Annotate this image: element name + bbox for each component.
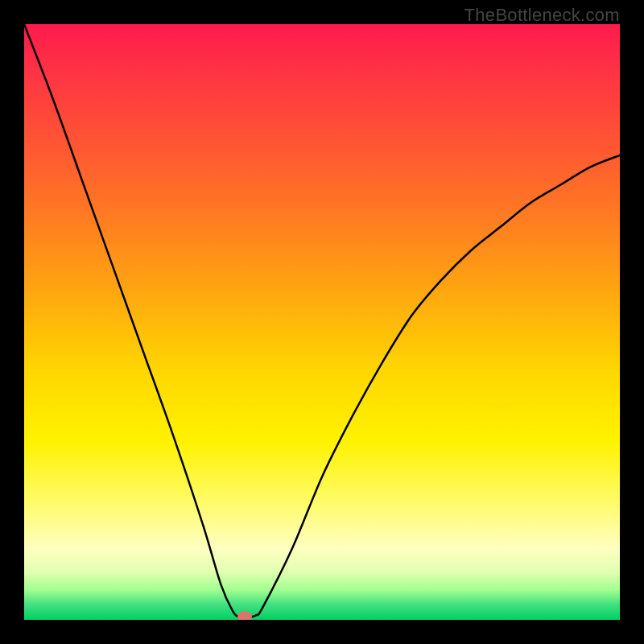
chart-frame [24,24,620,620]
watermark-text: TheBottleneck.com [464,5,620,26]
bottleneck-curve [24,24,620,617]
chart-curve-svg [24,24,620,620]
minimum-marker-dot [237,612,252,620]
